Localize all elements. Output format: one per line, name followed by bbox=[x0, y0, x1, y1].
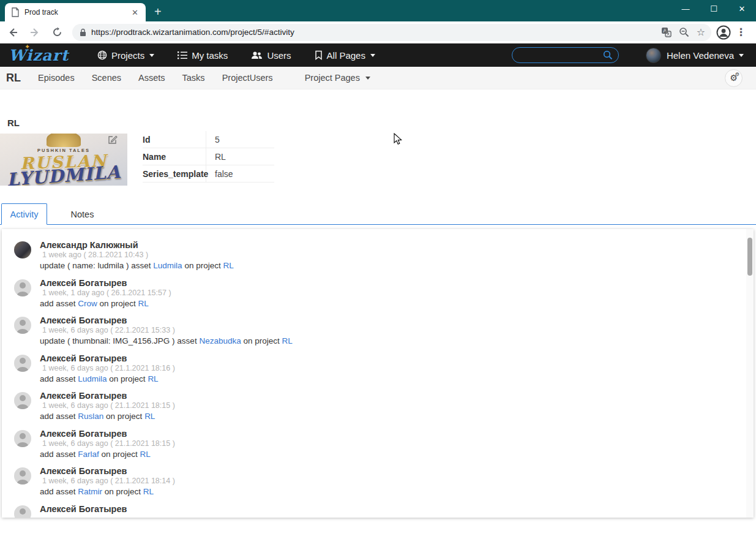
field-label: Series_template bbox=[143, 165, 206, 182]
asset-link[interactable]: Crow bbox=[78, 299, 97, 308]
edit-thumbnail-button[interactable] bbox=[107, 134, 119, 146]
browser-profile-icon[interactable] bbox=[716, 25, 731, 40]
translate-icon[interactable]: A bbox=[661, 27, 672, 37]
browser-menu-icon[interactable]: ⋮ bbox=[731, 26, 751, 39]
field-label: Name bbox=[143, 148, 206, 165]
activity-timestamp: 1 week ago ( 28.1.2021 10:43 ) bbox=[40, 251, 234, 260]
activity-timestamp: 1 week, 6 days ago ( 21.1.2021 18:15 ) bbox=[40, 401, 175, 410]
nav-item-label: All Pages bbox=[327, 50, 365, 61]
content-tabs: Activity Notes bbox=[0, 203, 756, 225]
activity-action-line: add asset Crow on project RL bbox=[40, 298, 171, 309]
navbar-search[interactable] bbox=[512, 47, 619, 63]
avatar bbox=[14, 467, 31, 485]
wizart-logo[interactable]: Wizart ✦ bbox=[9, 47, 70, 64]
project-settings-button[interactable]: ⚙ ⚙ bbox=[725, 69, 743, 87]
activity-scrollbar[interactable] bbox=[746, 229, 754, 518]
activity-item: Алексей Богатырев 1 week, 6 days ago ( 2… bbox=[14, 391, 735, 429]
activity-user-name: Алексей Богатырев bbox=[40, 391, 175, 401]
new-tab-button[interactable]: + bbox=[154, 6, 162, 18]
asset-link[interactable]: Farlaf bbox=[78, 450, 99, 459]
activity-timestamp: 1 week, 6 days ago ( 22.1.2021 15:33 ) bbox=[40, 326, 293, 335]
activity-action-mid: on project bbox=[97, 299, 138, 308]
user-menu[interactable]: Helen Vedeneva bbox=[646, 48, 744, 63]
activity-item: Алексей Богатырев 1 week, 6 days ago ( 2… bbox=[14, 353, 735, 391]
avatar bbox=[14, 392, 31, 409]
pnav-item-tasks[interactable]: Tasks bbox=[174, 67, 214, 89]
project-link[interactable]: RL bbox=[223, 261, 233, 270]
project-navbar: RL Episodes Scenes Assets Tasks ProjectU… bbox=[0, 67, 756, 89]
activity-action-pre: update ( thumbnail: IMG_4156.JPG ) asset bbox=[40, 336, 199, 345]
pnav-item-episodes[interactable]: Episodes bbox=[29, 67, 83, 89]
nav-item-my-tasks[interactable]: My tasks bbox=[166, 43, 239, 67]
minimize-icon[interactable]: — bbox=[672, 0, 700, 17]
project-link[interactable]: RL bbox=[144, 412, 155, 421]
tab-close-icon[interactable]: ✕ bbox=[129, 7, 141, 18]
activity-action-line: update ( name: ludmila ) asset Ludmila o… bbox=[40, 260, 234, 271]
activity-action-line: add asset Farlaf on project RL bbox=[40, 449, 175, 460]
edit-pencil-icon bbox=[108, 135, 118, 145]
chevron-down-icon bbox=[370, 54, 375, 57]
activity-action-line: add asset Ruslan on project RL bbox=[40, 411, 175, 422]
tab-notes[interactable]: Notes bbox=[59, 203, 105, 225]
asset-link[interactable]: Ludmila bbox=[78, 374, 107, 383]
browser-toolbar: https://prodtrack.wizartanimation.com/pr… bbox=[0, 21, 756, 43]
activity-user-name: Алексей Богатырев bbox=[40, 353, 175, 364]
logo-sparkle-icon: ✦ bbox=[24, 43, 30, 51]
activity-action-pre: add asset bbox=[40, 487, 78, 496]
asset-link[interactable]: Ruslan bbox=[78, 412, 103, 421]
pnav-project-pages-dropdown[interactable]: Project Pages bbox=[296, 67, 379, 89]
activity-action-line: update ( thumbnail: IMG_4156.JPG ) asset… bbox=[40, 336, 293, 347]
project-info-table: Id 5 Name RL Series_template false bbox=[143, 131, 274, 183]
activity-timestamp: 1 week, 6 days ago ( 21.1.2021 18:14 ) bbox=[40, 477, 175, 486]
chevron-down-icon bbox=[739, 54, 744, 57]
asset-link[interactable]: Ratmir bbox=[78, 487, 102, 496]
project-link[interactable]: RL bbox=[140, 450, 151, 459]
pnav-item-projectusers[interactable]: ProjectUsers bbox=[214, 67, 282, 89]
search-input[interactable] bbox=[520, 51, 603, 60]
zoom-out-icon[interactable] bbox=[679, 27, 689, 37]
nav-item-users[interactable]: Users bbox=[239, 43, 302, 67]
table-row: Series_template false bbox=[143, 165, 274, 183]
activity-action-line: add asset Ratmir on project RL bbox=[40, 486, 175, 497]
asset-link[interactable]: Nezabudka bbox=[199, 336, 241, 345]
pnav-item-scenes[interactable]: Scenes bbox=[83, 67, 130, 89]
globe-icon bbox=[97, 50, 107, 60]
url-text: https://prodtrack.wizartanimation.com/pr… bbox=[91, 28, 654, 37]
back-icon[interactable] bbox=[4, 23, 22, 42]
field-value: false bbox=[206, 169, 233, 179]
activity-timestamp: 1 week, 6 days ago ( 21.1.2021 18:15 ) bbox=[40, 439, 175, 448]
activity-action-pre: add asset bbox=[40, 299, 78, 308]
url-bar[interactable]: https://prodtrack.wizartanimation.com/pr… bbox=[72, 24, 711, 41]
avatar bbox=[14, 505, 31, 518]
search-icon[interactable] bbox=[603, 50, 613, 60]
close-icon[interactable]: ✕ bbox=[728, 0, 756, 17]
forward-icon[interactable] bbox=[26, 23, 44, 42]
tab-activity[interactable]: Activity bbox=[1, 203, 47, 225]
avatar bbox=[14, 355, 31, 372]
tasks-icon bbox=[178, 51, 187, 59]
user-avatar bbox=[646, 48, 661, 63]
project-link[interactable]: RL bbox=[143, 487, 154, 496]
avatar bbox=[14, 430, 31, 447]
project-brand[interactable]: RL bbox=[6, 72, 21, 85]
field-label: Id bbox=[143, 131, 206, 148]
nav-item-all-pages[interactable]: All Pages bbox=[303, 43, 387, 67]
project-link[interactable]: RL bbox=[138, 299, 149, 308]
asset-link[interactable]: Ludmila bbox=[153, 261, 182, 270]
user-name: Helen Vedeneva bbox=[667, 50, 734, 61]
tab-title: Prod track bbox=[24, 8, 129, 17]
maximize-icon[interactable]: ☐ bbox=[700, 0, 728, 17]
scrollbar-thumb[interactable] bbox=[747, 238, 752, 276]
activity-action-mid: on project bbox=[241, 336, 282, 345]
chevron-down-icon bbox=[365, 77, 370, 80]
project-link[interactable]: RL bbox=[282, 336, 293, 345]
browser-tab[interactable]: Prod track ✕ bbox=[5, 3, 146, 21]
pnav-item-assets[interactable]: Assets bbox=[130, 67, 174, 89]
bookmark-star-icon[interactable]: ☆ bbox=[697, 26, 705, 38]
nav-item-projects[interactable]: Projects bbox=[86, 43, 166, 67]
activity-item: Александр Калюжный 1 week ago ( 28.1.202… bbox=[14, 240, 735, 278]
activity-item: Алексей Богатырев 1 week, 6 days ago ( 2… bbox=[14, 466, 735, 504]
project-link[interactable]: RL bbox=[148, 374, 158, 383]
reload-icon[interactable] bbox=[48, 23, 66, 42]
activity-item: Алексей Богатырев 1 week, 1 day ago ( 26… bbox=[14, 278, 735, 316]
